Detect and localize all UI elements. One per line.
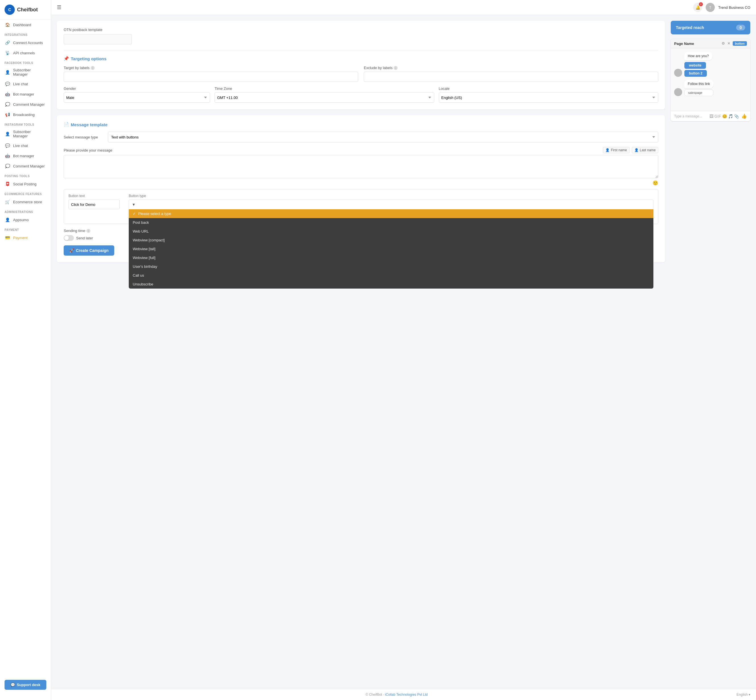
dropdown-trigger[interactable]: ▼ <box>129 200 653 209</box>
sidebar-item-fb-bot[interactable]: 🤖 Bot manager <box>0 89 51 99</box>
dropdown-item-post-back[interactable]: Post back <box>129 218 653 227</box>
preview-gif-icon[interactable]: GIF <box>714 114 721 119</box>
dropdown-menu: ✓ Please select a type Post back Web URL <box>129 209 653 289</box>
targeting-title-text: Targeting options <box>71 56 107 61</box>
footer: © CheifBot · iCollab Technologies Pvt Lt… <box>51 689 756 700</box>
dropdown-item-webview-compact[interactable]: Webview [compact] <box>129 236 653 245</box>
sidebar-item-api-channels[interactable]: 📡 API channels <box>0 48 51 58</box>
sidebar-item-ecommerce[interactable]: 🛒 Ecommerce store <box>0 197 51 207</box>
sending-time-label: Sending time i <box>64 228 90 233</box>
sidebar-item-fb-subscriber[interactable]: 👤 Subscriber Manager <box>0 66 51 79</box>
dropdown-item-birthday[interactable]: User's birthday <box>129 262 653 271</box>
button-type-col-label: Button type <box>129 194 653 198</box>
preview-bubble-container-1: How are you? website button 2 <box>684 52 712 77</box>
last-name-icon: 👤 <box>634 148 639 152</box>
dropdown-item-label: Webview [compact] <box>133 238 165 242</box>
avatar-svg-2 <box>674 88 682 96</box>
sidebar-item-ig-bot[interactable]: 🤖 Bot manager <box>0 151 51 161</box>
dropdown-item-web-url[interactable]: Web URL <box>129 227 653 236</box>
notification-bell[interactable]: 🔔 0 <box>693 3 702 12</box>
preview-attachment-icon[interactable]: 📎 <box>734 114 739 119</box>
dropdown-item-label: Unsubscribe <box>133 282 153 286</box>
preview-image-icon[interactable]: 🖼 <box>709 114 713 119</box>
gender-group: Gender Male Female All <box>64 86 210 103</box>
sidebar-item-fb-broadcasting[interactable]: 📢 Broadcasting <box>0 109 51 120</box>
preview-tools: 🖼 GIF 😊 🎵 📎 👍 <box>709 113 747 119</box>
preview-close-icon[interactable]: ✕ <box>727 41 730 46</box>
sidebar-item-appsumo[interactable]: 👤 Appsumo <box>0 215 51 225</box>
topbar-left: ☰ <box>57 4 61 11</box>
sidebar-item-ig-comment[interactable]: 💭 Comment Manager <box>0 161 51 171</box>
toggle-knob <box>64 236 69 240</box>
sidebar-label-fb-bot: Bot manager <box>13 92 34 96</box>
sidebar-item-ig-subscriber[interactable]: 👤 Subscriber Manager <box>0 127 51 141</box>
last-name-button[interactable]: 👤 Last name <box>632 147 658 153</box>
otn-input[interactable] <box>64 34 132 44</box>
first-name-button[interactable]: 👤 First name <box>603 147 630 153</box>
main-wrapper: ☰ 🔔 0 T Trend Business CO OTN postback t… <box>51 0 756 700</box>
button-row: Button text Button type ▼ <box>69 194 653 209</box>
create-campaign-button[interactable]: 🚀 Create Campaign <box>64 245 114 256</box>
gender-select[interactable]: Male Female All <box>64 92 210 103</box>
preview-btn2[interactable]: button 2 <box>684 70 712 77</box>
preview-settings-icon[interactable]: ⚙ <box>722 41 725 46</box>
target-by-labels-input[interactable] <box>64 72 358 82</box>
section-label-facebook: FACEBOOK TOOLS <box>0 58 51 66</box>
hamburger-menu[interactable]: ☰ <box>57 4 61 11</box>
dropdown-item-label: Call us <box>133 273 144 278</box>
footer-link[interactable]: iCollab Technologies Pvt Ltd <box>385 692 428 697</box>
targeting-section-title: 📌 Targeting options <box>64 56 658 61</box>
sidebar-label-ig-comment: Comment Manager <box>13 164 45 168</box>
topbar: ☰ 🔔 0 T Trend Business CO <box>51 0 756 15</box>
preview-website-btn[interactable]: website <box>684 62 712 69</box>
sidebar-item-fb-comment[interactable]: 💭 Comment Manager <box>0 99 51 109</box>
timezone-group: Time Zone GMT +11.00 GMT +0.00 <box>215 86 434 103</box>
target-info-icon: i <box>90 66 95 70</box>
fb-bot-icon: 🤖 <box>5 91 10 97</box>
sidebar-item-dashboard[interactable]: 🏠 Dashboard <box>0 20 51 30</box>
section-label-integrations: INTEGRATIONS <box>0 30 51 38</box>
preview-send-icon[interactable]: 👍 <box>741 113 747 119</box>
dropdown-item-webview-full[interactable]: Webview [full] <box>129 253 653 262</box>
target-labels-label: Target by labels i <box>64 66 358 70</box>
sidebar: C Cheifbot 🏠 Dashboard INTEGRATIONS 🔗 Co… <box>0 0 51 700</box>
sidebar-item-payment[interactable]: 💳 Payment <box>0 233 51 243</box>
fb-comment-icon: 💭 <box>5 102 10 107</box>
sidebar-label-fb-broadcast: Broadcasting <box>13 112 35 117</box>
sidebar-item-fb-livechat[interactable]: 💬 Live chat <box>0 79 51 89</box>
dropdown-item-call-us[interactable]: Call us <box>129 271 653 280</box>
preview-message-row-2: Follow this link salespage <box>674 80 747 96</box>
preview-button-tag: button <box>733 41 747 46</box>
preview-sticker-icon[interactable]: 😊 <box>722 114 727 119</box>
exclude-by-labels-input[interactable] <box>364 72 658 82</box>
footer-lang[interactable]: English ▾ <box>736 692 750 697</box>
sidebar-item-ig-livechat[interactable]: 💬 Live chat <box>0 141 51 151</box>
message-type-select[interactable]: Text with buttons Image Video Card Quick… <box>108 132 658 142</box>
emoji-icon[interactable]: 🙂 <box>653 180 658 186</box>
sidebar-item-connect-accounts[interactable]: 🔗 Connect Accounts <box>0 38 51 48</box>
message-type-row: Select message type Text with buttons Im… <box>64 132 658 142</box>
target-by-labels-group: Target by labels i <box>64 66 358 82</box>
gender-label: Gender <box>64 86 210 91</box>
toggle-switch[interactable] <box>64 235 74 241</box>
support-desk-button[interactable]: 💬 Support desk <box>5 680 46 690</box>
preview-audio-icon[interactable]: 🎵 <box>728 114 733 119</box>
ig-subscriber-icon: 👤 <box>5 131 10 137</box>
timezone-select[interactable]: GMT +11.00 GMT +0.00 <box>215 92 434 103</box>
message-textarea[interactable] <box>64 155 658 178</box>
right-panel: Targeted reach 0 Page Name ⚙ ✕ button <box>671 21 750 683</box>
targeted-reach-card: Targeted reach 0 <box>671 21 750 34</box>
locale-select[interactable]: English (US) French <box>439 92 658 103</box>
content-area: OTN postback template 📌 Targeting option… <box>51 15 756 689</box>
timezone-label: Time Zone <box>215 86 434 91</box>
fb-subscriber-icon: 👤 <box>5 69 10 75</box>
preview-input-placeholder[interactable]: Type a message... <box>674 114 709 118</box>
app-logo: C Cheifbot <box>0 0 51 20</box>
dropdown-item-unsubscribe[interactable]: Unsubscribe <box>129 280 653 289</box>
ecommerce-icon: 🛒 <box>5 199 10 205</box>
dropdown-item-please-select[interactable]: ✓ Please select a type <box>129 209 653 218</box>
dropdown-item-webview-tall[interactable]: Webview [tall] <box>129 245 653 253</box>
sidebar-item-social-posting[interactable]: 📮 Social Posting <box>0 179 51 189</box>
button-text-input[interactable] <box>69 200 120 209</box>
sidebar-label-fb-comment: Comment Manager <box>13 102 45 106</box>
